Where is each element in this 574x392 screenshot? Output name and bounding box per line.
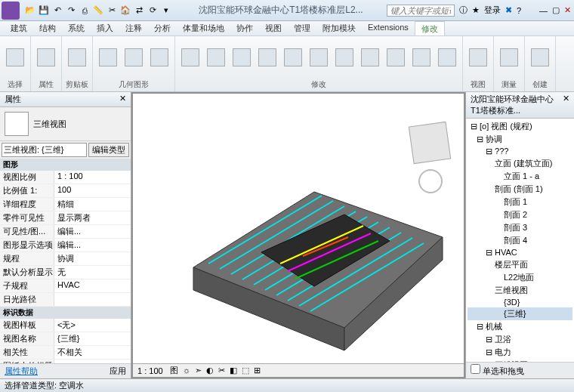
qat-switch-icon[interactable]: ⇄	[133, 5, 145, 17]
view-status-icon[interactable]: ◧	[230, 366, 237, 375]
view-scale[interactable]: 1 : 100	[137, 366, 163, 375]
prop-value[interactable]: HVAC	[54, 279, 131, 292]
property-row[interactable]: 零件可见性显示两者	[0, 211, 131, 225]
property-row[interactable]: 视图样板<无>	[0, 319, 131, 332]
property-row[interactable]: 比例值 1:100	[0, 184, 131, 198]
property-row[interactable]: 日光路径	[0, 293, 131, 307]
view-status-icon[interactable]: ⬚	[242, 366, 249, 375]
maximize-button[interactable]: ▢	[552, 5, 560, 15]
property-row[interactable]: 规程协调	[0, 252, 131, 266]
ribbon-tab-10[interactable]: 附加模块	[316, 21, 362, 35]
ribbon-btn-连接[interactable]	[147, 38, 171, 77]
ribbon-btn-测量[interactable]	[497, 38, 521, 77]
ribbon-tab-6[interactable]: 体量和场地	[177, 21, 230, 35]
ribbon-btn-旋转[interactable]	[307, 38, 331, 77]
prop-value[interactable]: 编辑...	[54, 225, 131, 238]
help-icon[interactable]: ?	[517, 6, 521, 15]
tree-node[interactable]: ⊟ 卫浴	[468, 333, 572, 346]
tree-node[interactable]: {三维}	[468, 307, 572, 320]
prop-value[interactable]: 协调	[54, 252, 131, 265]
ribbon-tab-3[interactable]: 插入	[91, 21, 119, 35]
ribbon-btn-缩放[interactable]	[409, 38, 434, 77]
edit-type-button[interactable]: 编辑类型	[88, 143, 129, 157]
property-row[interactable]: 相关性不相关	[0, 346, 131, 360]
qat-sync-icon[interactable]: ⟳	[147, 5, 159, 17]
tree-node[interactable]: ⊟ ???	[468, 146, 572, 157]
view-status-icon[interactable]: ✂	[218, 366, 225, 375]
ribbon-tab-12[interactable]: 修改	[415, 21, 445, 35]
properties-close-icon[interactable]: ✕	[119, 94, 126, 105]
ribbon-btn-复制[interactable]	[281, 38, 305, 77]
prop-value[interactable]: 无	[54, 266, 131, 279]
ribbon-tab-8[interactable]: 视图	[259, 21, 288, 35]
help-search-input[interactable]	[387, 5, 455, 17]
property-row[interactable]: 可见性/图...编辑...	[0, 225, 131, 239]
ribbon-btn-创建[interactable]	[528, 38, 552, 77]
tree-node[interactable]: 剖面 1	[468, 196, 572, 208]
qat-print-icon[interactable]: ⎙	[79, 5, 91, 17]
ribbon-btn-移动[interactable]	[255, 38, 279, 77]
prop-value[interactable]: <无>	[54, 319, 131, 332]
tree-node[interactable]: 剖面 4	[468, 234, 572, 247]
tree-node[interactable]: 立面 (建筑立面)	[468, 157, 572, 170]
property-row[interactable]: 图形显示选项编辑...	[0, 239, 131, 252]
view-status-icon[interactable]: 图	[170, 366, 178, 375]
property-row[interactable]: 子规程HVAC	[0, 279, 131, 293]
prop-value[interactable]	[54, 293, 131, 306]
ribbon-btn-镜像[interactable]	[230, 38, 254, 77]
ribbon-btn-属性[interactable]	[34, 38, 58, 77]
prop-value[interactable]: 编辑...	[54, 239, 131, 252]
view-status-icon[interactable]: ⊞	[254, 366, 261, 375]
ribbon-tab-11[interactable]: Extensions	[362, 21, 415, 35]
ribbon-btn-粘贴[interactable]	[65, 38, 89, 77]
properties-grid[interactable]: 图形视图比例1 : 100比例值 1:100详细程度精细零件可见性显示两者可见性…	[0, 159, 131, 363]
qat-measure-icon[interactable]: 📏	[92, 5, 104, 17]
ribbon-btn-删除[interactable]	[435, 38, 459, 77]
tree-node[interactable]: ⊟ HVAC	[468, 247, 572, 258]
property-row[interactable]: 视图比例1 : 100	[0, 171, 131, 184]
view-status-icon[interactable]: ☼	[183, 366, 190, 375]
view-status-icon[interactable]: ➣	[195, 366, 202, 375]
ribbon-btn-偏移[interactable]	[204, 38, 228, 77]
tree-node[interactable]: 楼层平面	[468, 258, 572, 271]
prop-value[interactable]: 1 : 100	[54, 171, 131, 184]
tree-node[interactable]: 剖面 3	[468, 221, 572, 234]
prop-value[interactable]: 不相关	[54, 346, 131, 359]
qat-undo-icon[interactable]: ↶	[51, 5, 63, 17]
tree-node[interactable]: ⊟ 协调	[468, 133, 572, 146]
ribbon-btn-剪切[interactable]	[122, 38, 146, 77]
prop-value[interactable]: {三维}	[54, 332, 131, 345]
ribbon-tab-2[interactable]: 系统	[62, 21, 91, 35]
ribbon-tab-1[interactable]: 结构	[33, 21, 62, 35]
browser-tree[interactable]: ⊟ [o] 视图 (规程)⊟ 协调⊟ ???立面 (建筑立面)立面 1 - a剖…	[466, 119, 574, 362]
qat-redo-icon[interactable]: ↷	[65, 5, 77, 17]
prop-value[interactable]: 显示两者	[54, 211, 131, 224]
tree-node[interactable]: 三维视图	[468, 284, 572, 297]
view-status-icon[interactable]: ◐	[206, 366, 214, 375]
tree-node[interactable]: ⊟ 机械	[468, 320, 572, 333]
browser-close-icon[interactable]: ✕	[563, 94, 569, 116]
exchange-icon[interactable]: ✖	[505, 5, 512, 15]
ribbon-tab-4[interactable]: 注释	[119, 21, 148, 35]
qat-save-icon[interactable]: 💾	[38, 5, 50, 17]
minimize-button[interactable]: —	[539, 6, 548, 15]
qat-more-icon[interactable]: ▾	[160, 5, 172, 17]
qat-section-icon[interactable]: ✂	[106, 5, 118, 17]
ribbon-btn-阵列[interactable]	[384, 38, 408, 77]
qat-3d-icon[interactable]: 🏠	[119, 5, 131, 17]
prop-value[interactable]: 精细	[54, 198, 131, 211]
qat-open-icon[interactable]: 📂	[24, 5, 36, 17]
close-button[interactable]: ✕	[564, 5, 571, 15]
properties-help-link[interactable]: 属性帮助	[5, 366, 38, 377]
ribbon-btn-修剪[interactable]	[332, 38, 356, 77]
ribbon-btn-修改[interactable]	[3, 38, 27, 77]
ribbon-tab-0[interactable]: 建筑	[5, 21, 33, 35]
tree-node[interactable]: L22地面	[468, 271, 572, 284]
app-menu-button[interactable]	[2, 2, 20, 20]
prop-category[interactable]: 标识数据	[0, 307, 131, 319]
property-row[interactable]: 默认分析显示...无	[0, 266, 131, 279]
tree-node[interactable]: {3D}	[468, 297, 572, 307]
info-icon[interactable]: ⓘ	[459, 5, 468, 16]
single-select-checkbox[interactable]: 单选和拖曳	[471, 364, 524, 377]
ribbon-tab-7[interactable]: 协作	[230, 21, 259, 35]
